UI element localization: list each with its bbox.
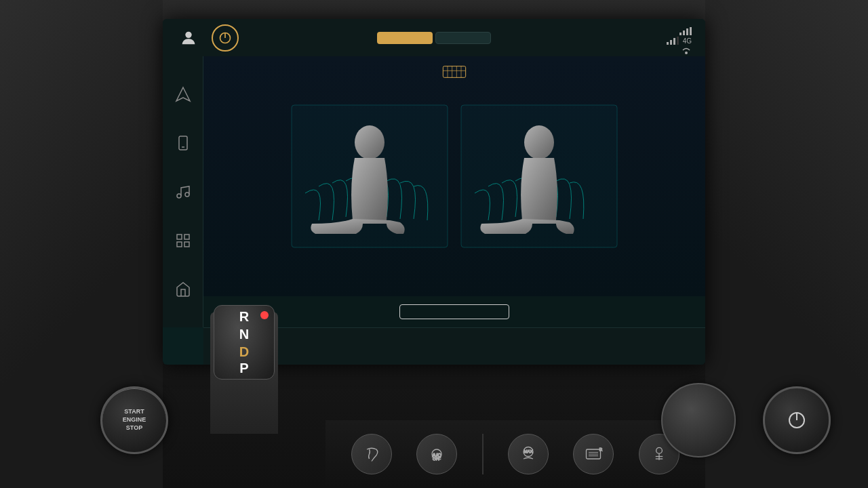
rear-defrost-btn[interactable]: R xyxy=(573,434,614,474)
music-icon xyxy=(175,184,191,200)
svg-point-44 xyxy=(656,447,662,453)
phone-icon xyxy=(175,135,191,151)
svg-rect-9 xyxy=(673,38,675,45)
sync-button[interactable] xyxy=(399,304,509,319)
header-right: 4G xyxy=(667,24,692,54)
ac-off-btn[interactable]: A/C OFF xyxy=(416,434,457,474)
svg-point-15 xyxy=(177,194,181,198)
signal-icon xyxy=(679,27,692,35)
svg-point-16 xyxy=(185,192,189,197)
screen-header: 4G xyxy=(163,19,705,56)
svg-point-11 xyxy=(685,52,688,54)
svg-rect-24 xyxy=(443,66,465,78)
gear-D: D xyxy=(239,344,249,360)
rear-defrost-icon: R xyxy=(584,445,603,464)
left-nav xyxy=(163,56,203,327)
svg-rect-6 xyxy=(690,27,692,35)
seat-heat-icon xyxy=(362,445,381,464)
divider-1 xyxy=(482,434,484,474)
ac-off-icon: A/C OFF xyxy=(427,445,446,464)
power-icon-right xyxy=(786,409,808,431)
tab-front[interactable] xyxy=(377,32,433,44)
network-label: 4G xyxy=(683,37,692,45)
svg-rect-19 xyxy=(177,242,182,247)
nav-item-apps[interactable] xyxy=(171,228,195,253)
svg-rect-17 xyxy=(177,235,182,239)
svg-rect-13 xyxy=(179,136,187,150)
svg-marker-12 xyxy=(176,87,190,101)
gear-P: P xyxy=(239,360,248,376)
svg-rect-18 xyxy=(184,235,189,239)
svg-text:R: R xyxy=(599,447,603,451)
svg-rect-10 xyxy=(677,37,679,45)
svg-rect-8 xyxy=(670,40,672,45)
bottom-controls: A/C OFF MAX R xyxy=(326,420,705,488)
svg-point-0 xyxy=(185,31,191,37)
tab-rear[interactable] xyxy=(435,32,491,44)
car-interior: 4G xyxy=(0,0,868,488)
header-left xyxy=(176,24,239,52)
start-stop-text: STARTENGINESTOP xyxy=(123,408,146,432)
gear-shifter: R N D P xyxy=(197,298,292,434)
navigation-icon xyxy=(175,86,191,102)
sync-area xyxy=(399,296,509,327)
shifter-knob: R N D P xyxy=(214,305,275,380)
heater-icon-svg xyxy=(441,62,468,82)
svg-text:MAX: MAX xyxy=(524,449,533,453)
shifter-body: R N D P xyxy=(210,312,278,434)
max-btn[interactable]: MAX xyxy=(508,434,549,474)
gear-N: N xyxy=(239,326,249,342)
status-row-1 xyxy=(667,27,692,35)
status-row-2: 4G xyxy=(667,37,692,45)
svg-rect-3 xyxy=(679,33,682,35)
wifi-icon xyxy=(681,46,692,54)
apps-icon xyxy=(175,232,191,249)
status-icons: 4G xyxy=(667,27,692,54)
gear-indicator xyxy=(260,311,269,319)
user-icon xyxy=(179,28,198,47)
nav-item-media[interactable] xyxy=(171,180,195,204)
svg-rect-7 xyxy=(667,42,669,45)
right-knob[interactable] xyxy=(661,383,736,458)
seat-visualization-svg xyxy=(285,98,624,254)
nav-item-home[interactable] xyxy=(171,277,195,302)
max-icon: MAX xyxy=(519,445,538,464)
svg-rect-5 xyxy=(686,28,688,35)
nav-item-navigation[interactable] xyxy=(171,82,195,106)
start-stop-button[interactable]: STARTENGINESTOP xyxy=(100,386,168,454)
seat-visual xyxy=(203,56,705,296)
defrost-icon xyxy=(650,445,669,464)
svg-rect-20 xyxy=(184,242,189,247)
home-icon xyxy=(175,281,191,298)
seat-heat-btn[interactable] xyxy=(351,434,392,474)
svg-point-33 xyxy=(524,125,554,159)
status-row-3 xyxy=(667,46,692,54)
signal-icon-2 xyxy=(667,37,679,45)
power-button-right[interactable] xyxy=(763,386,831,454)
header-tabs xyxy=(377,32,491,44)
svg-point-32 xyxy=(355,125,384,159)
gear-display: R N D xyxy=(239,308,249,360)
power-icon xyxy=(218,31,232,45)
svg-rect-4 xyxy=(683,30,685,35)
seat-heater-icon xyxy=(441,62,468,85)
profile-icon[interactable] xyxy=(176,26,201,50)
screen-content xyxy=(203,56,705,327)
nav-item-phone[interactable] xyxy=(171,131,195,155)
svg-text:OFF: OFF xyxy=(433,456,441,461)
power-button[interactable] xyxy=(212,24,239,52)
gear-R: R xyxy=(239,308,249,325)
